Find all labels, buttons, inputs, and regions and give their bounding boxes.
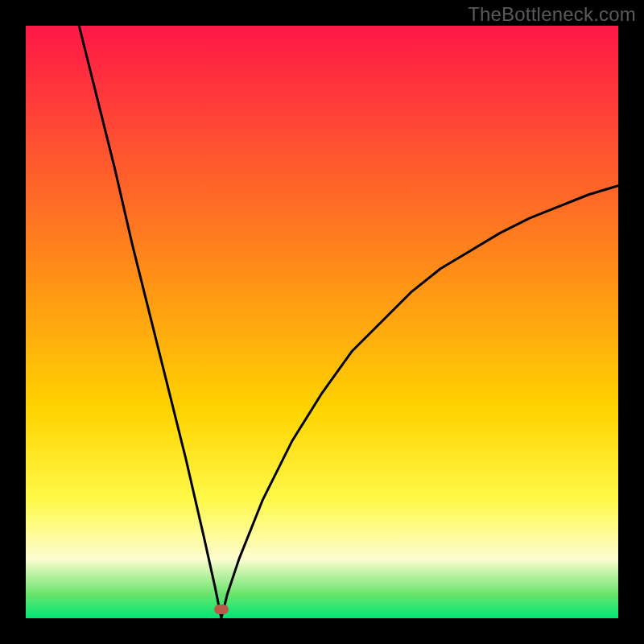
plot-svg xyxy=(26,26,618,618)
watermark-text: TheBottleneck.com xyxy=(468,3,636,26)
gradient-background xyxy=(26,26,618,618)
plot-frame xyxy=(26,26,618,618)
optimal-point-marker xyxy=(214,605,229,614)
